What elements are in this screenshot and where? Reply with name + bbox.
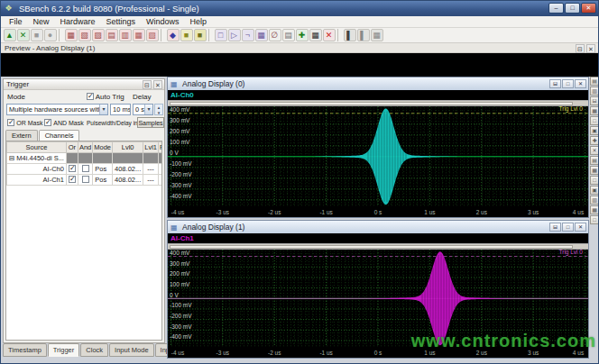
maximize-icon[interactable]: □ (562, 223, 574, 232)
single-run-icon[interactable]: ■ (31, 29, 43, 41)
clock-setup-icon[interactable]: ▥ (119, 29, 132, 41)
start-acquisition-icon[interactable]: ▲ (4, 29, 16, 41)
or-checkbox-box[interactable] (69, 176, 76, 183)
side-tool-button-13[interactable]: ▥ (590, 196, 599, 205)
tab-input-mode[interactable]: Input Mode (109, 343, 154, 357)
side-tool-button-14[interactable]: ▦ (590, 205, 599, 214)
no-edit-icon[interactable]: ∅ (269, 29, 281, 41)
or-checkbox[interactable] (66, 175, 78, 186)
and-checkbox-box[interactable] (82, 176, 89, 183)
table-group-row[interactable]: ⊟ M4i.4450-di S... (7, 153, 163, 164)
auto-trig-time-field[interactable]: 10 ms (110, 104, 131, 115)
column-header-lvl1[interactable]: Lvl1 (143, 142, 159, 153)
tab-extern[interactable]: Extern (5, 130, 38, 141)
side-tool-button-4[interactable]: ▦ (590, 106, 599, 115)
menu-settings[interactable]: Settings (101, 16, 142, 28)
tab-channels[interactable]: Channels (39, 130, 80, 141)
delay-stepper[interactable]: ▴▾ (154, 104, 163, 115)
float-icon[interactable]: ⊟ (549, 79, 561, 88)
edit-signal-icon[interactable]: ▤ (282, 29, 295, 41)
analog-display-1-titlebar[interactable]: ▦ Analog Display (1) ⊟ □ ✕ (168, 221, 588, 233)
menu-hardware[interactable]: Hardware (55, 16, 101, 28)
trigger-panel-header[interactable]: Trigger ⊟ ✕ (4, 79, 164, 90)
add-channel-icon[interactable]: ✚ (296, 29, 309, 41)
and-checkbox[interactable] (78, 175, 92, 186)
menu-new[interactable]: New (28, 16, 55, 28)
data-table-icon[interactable]: ▦ (371, 29, 383, 41)
preview-pane-header[interactable]: Preview - Analog Display (1) ⊟✕ (1, 43, 598, 53)
side-tool-button-8[interactable]: ✕ (590, 146, 599, 155)
column-header-source[interactable]: Source (7, 142, 67, 153)
side-tool-button-2[interactable]: ▥ (590, 86, 599, 96)
trigger-setup-icon[interactable]: ▤ (106, 29, 118, 41)
table-row[interactable]: AI-Ch1Pos408.02...------ (7, 175, 163, 186)
auto-trig-checkbox-box[interactable] (87, 93, 94, 100)
analog-plot-0[interactable]: 400 mV300 mV200 mV100 mV0 V-100 mV-200 m… (168, 106, 588, 217)
column-header-and[interactable]: And (78, 142, 92, 153)
or-mask-checkbox[interactable]: OR Mask (7, 119, 42, 127)
loop-run-icon[interactable]: ● (44, 29, 57, 41)
chevron-down-icon[interactable]: ▾ (99, 105, 107, 114)
side-tool-button-12[interactable]: ▣ (590, 186, 599, 195)
source-cell[interactable]: AI-Ch0 (7, 164, 67, 175)
and-checkbox[interactable] (78, 164, 92, 175)
float-icon[interactable]: ⊟ (549, 223, 561, 232)
channel-grid-icon[interactable]: ▦ (309, 29, 322, 41)
lvl0-cell[interactable]: 408.02... (113, 175, 143, 186)
tab-clock[interactable]: Clock (80, 343, 108, 357)
column-header-lvl0[interactable]: Lvl0 (113, 142, 143, 153)
mode-cell[interactable]: Pos (93, 164, 113, 175)
card-setup-icon[interactable]: ▧ (78, 29, 91, 41)
side-tool-button-11[interactable]: □ (590, 176, 599, 185)
pw-cell[interactable]: --- (159, 164, 163, 175)
column-header-mode[interactable]: Mode (93, 142, 113, 153)
mode-cell[interactable]: Pos (93, 175, 113, 186)
column-header-pw[interactable]: PW (159, 142, 163, 153)
analog-display-0-titlebar[interactable]: ▦ Analog Display (0) ⊟ □ ✕ (168, 77, 588, 90)
card-info-icon[interactable]: ▦ (133, 29, 145, 41)
preview-pane-content[interactable] (1, 53, 598, 77)
export-icon[interactable]: ■ (194, 29, 207, 41)
minimize-button[interactable]: – (548, 3, 564, 14)
trigger-mode-select[interactable]: Multiple hardware sources with AND/OR ▾ (6, 104, 108, 115)
group-row-source[interactable]: ⊟ M4i.4450-di S... (7, 153, 67, 164)
menu-help[interactable]: Help (185, 16, 213, 28)
side-tool-button-15[interactable]: □ (590, 215, 599, 224)
or-checkbox-box[interactable] (69, 165, 76, 172)
side-tool-button-6[interactable]: ▣ (590, 126, 599, 135)
side-tool-button-9[interactable]: ▤ (590, 156, 599, 165)
delay-field[interactable]: 0 s ▾ (133, 104, 153, 115)
or-checkbox[interactable] (66, 164, 78, 175)
preview-close-button[interactable]: ✕ (586, 44, 595, 53)
pw-cell[interactable]: --- (159, 175, 163, 186)
horizontal-scrollbar[interactable] (168, 243, 588, 250)
hardware-card-icon[interactable]: ▦ (65, 29, 78, 41)
save-file-icon[interactable]: ■ (180, 29, 193, 41)
tab-trigger[interactable]: Trigger (48, 343, 79, 357)
and-checkbox-box[interactable] (82, 165, 89, 172)
side-tool-button-5[interactable]: □ (590, 116, 599, 125)
and-mask-checkbox-box[interactable] (44, 119, 51, 126)
or-mask-checkbox-box[interactable] (7, 119, 14, 126)
lvl1-cell[interactable]: --- (143, 164, 159, 175)
samples-button[interactable]: Samples (137, 117, 164, 128)
side-tool-button-7[interactable]: ✚ (590, 136, 599, 145)
side-tool-button-10[interactable]: ▦ (590, 166, 599, 175)
title-bar[interactable]: ❖ SBench 6.2.2 build 8080 (Professional … (1, 1, 598, 16)
menu-file[interactable]: File (4, 16, 28, 28)
maximize-icon[interactable]: □ (562, 79, 574, 88)
delete-icon[interactable]: ✕ (323, 29, 336, 41)
panel-close-icon[interactable]: ✕ (153, 80, 162, 89)
digital-display-icon[interactable]: ¬ (242, 29, 254, 41)
spectrum-display-icon[interactable]: ▦ (255, 29, 268, 41)
source-cell[interactable]: AI-Ch1 (7, 175, 67, 186)
fft-chart-icon[interactable]: ▌ (344, 29, 356, 41)
channel-label-bar-1[interactable]: AI-Ch1 (168, 233, 588, 243)
and-mask-checkbox[interactable]: AND Mask (44, 119, 84, 127)
side-tool-button-3[interactable]: ⊟ (590, 96, 599, 105)
scrollbar-thumb[interactable] (170, 102, 573, 105)
lvl0-cell[interactable]: 408.02... (113, 164, 143, 175)
auto-trig-checkbox[interactable]: Auto Trig (87, 93, 124, 101)
chevron-down-icon[interactable]: ▾ (144, 105, 152, 114)
preview-dock-button[interactable]: ⊟ (576, 44, 585, 53)
